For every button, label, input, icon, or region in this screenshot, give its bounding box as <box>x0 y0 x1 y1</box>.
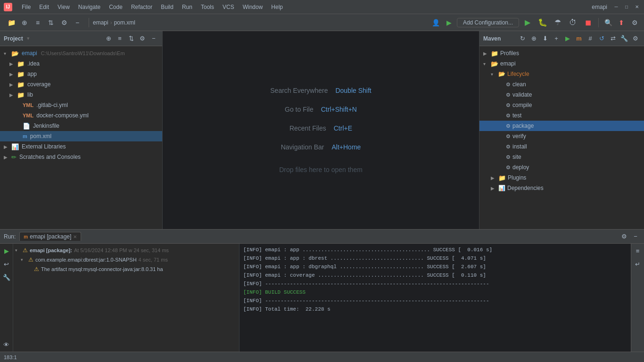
expand-arrow-coverage: ▶ <box>9 82 15 87</box>
maven-generate-button[interactable]: ⇄ <box>608 34 618 43</box>
maven-settings-button[interactable]: 🔧 <box>619 34 629 43</box>
toolbar-separator <box>89 18 89 27</box>
project-settings-button[interactable]: ⚙ <box>138 34 147 43</box>
tree-label-scratches: Scratches and Consoles <box>19 154 81 160</box>
menu-run[interactable]: Run <box>178 3 196 11</box>
run-tree-item-0[interactable]: ▾ ⚠ emapi [package]: At 5/16/2024 12:48 … <box>13 246 239 255</box>
tree-item-app[interactable]: ▶ 📁 app <box>0 69 162 79</box>
tree-item-idea[interactable]: ▶ 📁 .idea <box>0 58 162 69</box>
maven-item-install[interactable]: ⚙ install <box>479 141 644 152</box>
maven-update-button[interactable]: ↺ <box>597 34 606 43</box>
run-settings-button[interactable]: ⚙ <box>619 232 629 241</box>
maven-item-package[interactable]: ⚙ package <box>479 121 644 131</box>
tree-item-emapi[interactable]: ▾ 📂 emapi C:\Users\SantroW11\Downloads\E… <box>0 48 162 58</box>
maven-item-site[interactable]: ⚙ site <box>479 152 644 162</box>
project-panel-header: Project ▾ ⊕ ≡ ⇅ ⚙ − <box>0 31 162 46</box>
maven-skip-button[interactable]: # <box>586 34 595 43</box>
maven-item-validate[interactable]: ⚙ validate <box>479 90 644 100</box>
breadcrumb: emapi › pom.xml <box>93 19 135 26</box>
maven-item-compile[interactable]: ⚙ compile <box>479 100 644 110</box>
menu-build[interactable]: Build <box>157 3 177 11</box>
project-dropdown-arrow[interactable]: ▾ <box>27 35 30 41</box>
maven-refresh-button[interactable]: ↻ <box>518 34 527 43</box>
coverage-button[interactable]: ☂ <box>551 16 564 29</box>
menu-view[interactable]: View <box>54 3 74 11</box>
run-play-button[interactable]: ▶ <box>1 246 12 256</box>
sort-button[interactable]: ⇅ <box>45 17 57 28</box>
menu-navigate[interactable]: Navigate <box>74 3 104 11</box>
tree-item-pom-xml[interactable]: m pom.xml <box>0 131 162 141</box>
menu-vcs[interactable]: VCS <box>219 3 238 11</box>
run-tab-close-button[interactable]: ✕ <box>73 234 77 239</box>
run-eye-button[interactable]: 👁 <box>1 339 12 350</box>
profile-button[interactable]: ⏱ <box>566 16 579 29</box>
tree-item-jenkinsfile[interactable]: 📄 Jenkinsfile <box>0 121 162 131</box>
menu-tools[interactable]: Tools <box>197 3 218 11</box>
collapse-all-button[interactable]: ≡ <box>32 17 43 28</box>
arrow-plugins: ▶ <box>491 175 496 181</box>
tree-item-external-libraries[interactable]: ▶ 📊 External Libraries <box>0 141 162 152</box>
maven-item-plugins[interactable]: ▶ 📁 Plugins <box>479 173 644 183</box>
maven-item-profiles[interactable]: ▶ 📁 Profiles <box>479 48 644 58</box>
run-config-selector[interactable]: Add Configuration... <box>457 18 519 27</box>
maven-item-emapi[interactable]: ▾ 📂 emapi <box>479 58 644 69</box>
menu-code[interactable]: Code <box>105 3 126 11</box>
maven-item-verify[interactable]: ⚙ verify <box>479 131 644 141</box>
maven-gear-button[interactable]: ⚙ <box>631 34 640 43</box>
run-wrench-button[interactable]: 🔧 <box>1 272 12 282</box>
run-tree-item-2[interactable]: ⚠ The artifact mysql:mysql-connector-jav… <box>13 264 239 274</box>
run-output[interactable]: [INFO] emapi : app .....................… <box>239 244 631 352</box>
update-button[interactable]: ⬆ <box>616 17 627 28</box>
maven-m-button[interactable]: m <box>574 34 584 43</box>
tree-item-coverage[interactable]: ▶ 📁 coverage <box>0 79 162 90</box>
tree-label-idea: .idea <box>27 60 40 67</box>
settings-button[interactable]: ⚙ <box>58 17 70 28</box>
run-rerun-button[interactable]: ↩ <box>1 259 12 269</box>
stop-button[interactable]: ◼ <box>581 16 594 29</box>
menu-window[interactable]: Window <box>239 3 267 11</box>
rs-scroll-button[interactable]: ≡ <box>633 246 643 256</box>
menu-file[interactable]: File <box>18 3 34 11</box>
debug-button[interactable]: 🐛 <box>536 16 549 29</box>
maven-item-deploy[interactable]: ⚙ deploy <box>479 162 644 173</box>
maximize-button[interactable]: □ <box>623 4 630 10</box>
breadcrumb-file[interactable]: pom.xml <box>114 19 135 26</box>
rs-wrap-button[interactable]: ↵ <box>633 259 643 269</box>
warn-icon-2: ⚠ <box>34 266 39 272</box>
tree-item-gitlab-ci[interactable]: YML .gitlab-ci.yml <box>0 100 162 110</box>
run-minimize-button[interactable]: − <box>631 232 640 241</box>
project-add-button[interactable]: ⊕ <box>104 34 113 43</box>
tree-item-scratches[interactable]: ▶ ✏ Scratches and Consoles <box>0 152 162 162</box>
breadcrumb-project[interactable]: emapi <box>93 19 108 26</box>
project-sort-button[interactable]: ⇅ <box>126 34 136 43</box>
account-button[interactable]: 👤 <box>430 17 442 28</box>
maven-run-button[interactable]: ▶ <box>563 34 572 43</box>
minimize-button[interactable]: ─ <box>613 4 619 10</box>
settings-gear-button[interactable]: ⚙ <box>629 17 640 28</box>
breadcrumb-sep1: › <box>110 19 112 26</box>
tree-item-docker-compose[interactable]: YML docker-compose.yml <box>0 110 162 121</box>
menu-refactor[interactable]: Refactor <box>127 3 156 11</box>
search-everywhere-button[interactable]: 🔍 <box>603 17 614 28</box>
project-collapse-button[interactable]: ≡ <box>115 34 124 43</box>
maven-item-lifecycle[interactable]: ▾ 📂 Lifecycle <box>479 69 644 79</box>
tree-item-lib[interactable]: ▶ 📁 lib <box>0 90 162 100</box>
maven-add-button[interactable]: ⊕ <box>529 34 538 43</box>
menu-help[interactable]: Help <box>267 3 287 11</box>
menu-edit[interactable]: Edit <box>35 3 53 11</box>
minimize-panel-button[interactable]: − <box>72 17 83 28</box>
hint-goto-file: Go to File Ctrl+Shift+N <box>285 106 357 113</box>
add-item-button[interactable]: ⊕ <box>19 17 30 28</box>
project-minimize-button[interactable]: − <box>149 34 158 43</box>
run-button[interactable]: ▶ <box>521 16 534 29</box>
maven-create-button[interactable]: + <box>552 34 561 43</box>
maven-item-test[interactable]: ⚙ test <box>479 110 644 121</box>
run-tree-item-1[interactable]: ▾ ⚠ com.example.emapi:dbrest:jar:1.0-SNA… <box>13 255 239 264</box>
run-item-text-1: com.example.emapi:dbrest:jar:1.0-SNAPSH <box>35 257 137 263</box>
maven-item-clean[interactable]: ⚙ clean <box>479 79 644 90</box>
nav-back-button[interactable]: ▶ <box>444 17 455 28</box>
maven-item-dependencies[interactable]: ▶ 📊 Dependencies <box>479 183 644 193</box>
close-button[interactable]: ✕ <box>634 4 640 10</box>
maven-download-button[interactable]: ⬇ <box>540 34 550 43</box>
run-tab-emapi[interactable]: m emapi [package] ✕ <box>19 232 81 241</box>
